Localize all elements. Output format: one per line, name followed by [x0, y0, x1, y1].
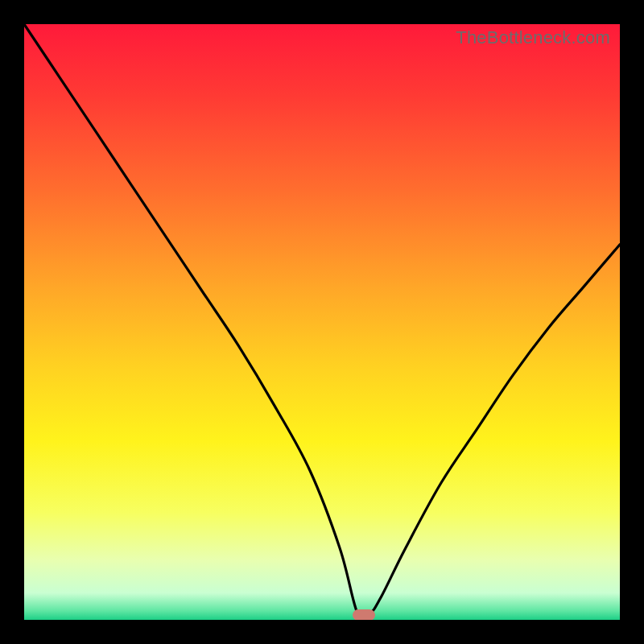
watermark-text: TheBottleneck.com [456, 27, 610, 48]
chart-frame: TheBottleneck.com [0, 0, 644, 644]
bottleneck-curve [24, 24, 620, 620]
plot-area: TheBottleneck.com [24, 24, 620, 620]
optimum-marker [353, 609, 375, 620]
